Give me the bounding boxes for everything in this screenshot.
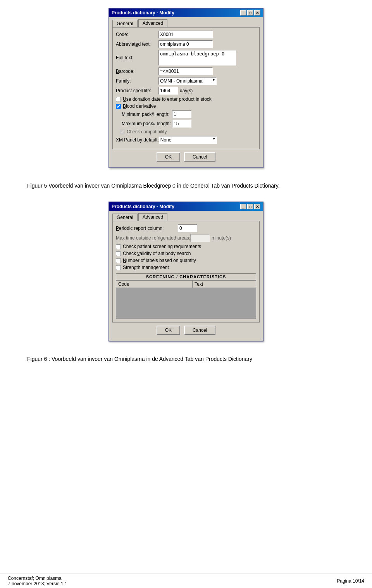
family-row: Family: OMNI - Omniplasma (116, 77, 256, 85)
screening-header: SCREENING / CHARACTERISTICS (116, 273, 256, 280)
dialog-titlebar-1: Products dictionary - Modify _ □ ✕ (109, 9, 263, 17)
blood-derivative-row: Blood derivative (116, 103, 256, 109)
barcode-label: Barcode: (116, 69, 158, 74)
family-select-wrapper: OMNI - Omniplasma (158, 77, 217, 85)
min-pack-row: Minimum pack# length: (116, 110, 256, 118)
periodic-input[interactable] (178, 224, 197, 232)
check-patient-checkbox[interactable] (116, 244, 121, 249)
min-pack-input[interactable] (172, 110, 191, 118)
tab-bar-1: General Advanced (112, 19, 260, 27)
abbreviated-input[interactable] (158, 40, 213, 48)
tab-general-2[interactable]: General (112, 214, 138, 221)
code-row: Code: (116, 31, 256, 38)
periodic-label: Periodic report column: (116, 226, 178, 231)
max-time-label: Max time outside refrigerated areas: (116, 235, 190, 241)
strength-checkbox[interactable] (116, 265, 121, 270)
check-validity-checkbox[interactable] (116, 251, 121, 256)
use-donation-checkbox[interactable] (116, 97, 121, 102)
check-compat-checkbox (120, 129, 125, 134)
tab-bar-2: General Advanced (112, 213, 260, 221)
close-button-1[interactable]: ✕ (254, 10, 260, 16)
titlebar-buttons-1: _ □ ✕ (240, 10, 260, 16)
xm-panel-row: XM Panel by default: None (116, 136, 256, 144)
screening-empty-area (116, 288, 256, 319)
minimize-button-2[interactable]: _ (240, 204, 246, 209)
number-labels-row: Number of labels based on quantity (116, 258, 256, 263)
blood-derivative-checkbox[interactable] (116, 104, 121, 109)
footer-right: Pagina 10/14 (337, 578, 364, 584)
code-label: Code: (116, 32, 158, 37)
blood-derivative-label: Blood derivative (123, 103, 156, 109)
minimize-button-1[interactable]: _ (240, 10, 246, 16)
check-compat-row: Check compatibility (120, 129, 256, 134)
maximize-button-2[interactable]: □ (247, 204, 253, 209)
xm-panel-label: XM Panel by default: (116, 137, 159, 143)
check-patient-label: Check patient screening requirements (123, 244, 201, 249)
dialog-title-2: Products dictionary - Modify (112, 204, 174, 209)
figure2-container: Products dictionary - Modify _ □ ✕ Gener… (16, 202, 356, 349)
barcode-input[interactable] (158, 67, 213, 75)
use-donation-row: Use donation date to enter product in st… (116, 97, 256, 102)
fulltext-input[interactable]: omniplasma bloedgroep 0 (158, 50, 236, 66)
number-labels-label: Number of labels based on quantity (123, 258, 196, 263)
shelflife-row: Product shell life: day(s) (116, 87, 256, 95)
cancel-button-2[interactable]: Cancel (184, 326, 215, 335)
dialog-buttons-1: OK Cancel (112, 152, 260, 164)
footer-left-line2: 7 november 2013; Versie 1.1 (8, 581, 67, 586)
tab-advanced-1[interactable]: Advanced (138, 19, 167, 27)
dialog-buttons-2: OK Cancel (112, 326, 260, 337)
tab-content-general-1: Code: Abbreviated text: Full text: omnip… (112, 27, 260, 149)
barcode-row: Barcode: (116, 67, 256, 75)
max-pack-label: Maximum pack# length: (122, 121, 172, 126)
min-pack-label: Minimum pack# length: (122, 112, 172, 117)
ok-button-1[interactable]: OK (157, 152, 180, 162)
abbreviated-label: Abbreviated text: (116, 41, 158, 47)
check-patient-row: Check patient screening requirements (116, 244, 256, 249)
use-donation-label: Use donation date to enter product in st… (123, 97, 212, 102)
screening-col-code: Code (116, 281, 193, 288)
max-pack-row: Maximum pack# length: (116, 120, 256, 128)
footer-left-line1: Concernstaf; Omniplasma (8, 576, 67, 581)
family-label: Family: (116, 78, 158, 84)
figure2-caption: Figuur 6 : Voorbeeld van invoer van Omni… (16, 355, 356, 363)
shelflife-input[interactable] (158, 87, 178, 95)
check-validity-label: Check validity of antibody search (123, 251, 191, 256)
titlebar-buttons-2: _ □ ✕ (240, 204, 260, 209)
tab-advanced-2[interactable]: Advanced (138, 213, 167, 221)
tab-general-1[interactable]: General (112, 20, 138, 27)
shelflife-label: Product shell life: (116, 88, 158, 93)
dialog-title-1: Products dictionary - Modify (112, 10, 174, 16)
periodic-row: Periodic report column: (116, 224, 256, 232)
max-time-input (190, 234, 210, 242)
page-footer: Concernstaf; Omniplasma 7 november 2013;… (0, 574, 372, 588)
dialog-window-2: Products dictionary - Modify _ □ ✕ Gener… (108, 202, 264, 341)
xm-panel-select[interactable]: None (159, 136, 217, 144)
fulltext-row: Full text: omniplasma bloedgroep 0 (116, 50, 256, 66)
minutes-label: minute(s) (212, 235, 231, 241)
strength-label: Strength management (123, 265, 169, 270)
abbreviated-row: Abbreviated text: (116, 40, 256, 48)
code-input[interactable] (158, 31, 213, 38)
cancel-button-1[interactable]: Cancel (184, 152, 215, 162)
footer-left: Concernstaf; Omniplasma 7 november 2013;… (8, 576, 67, 586)
dialog-titlebar-2: Products dictionary - Modify _ □ ✕ (109, 202, 263, 211)
check-compat-label: Check compatibility (127, 129, 167, 134)
close-button-2[interactable]: ✕ (254, 204, 260, 209)
dialog-body-2: General Advanced Periodic report column: (109, 211, 263, 341)
dialog-window-1: Products dictionary - Modify _ □ ✕ Gener… (108, 8, 264, 168)
maximize-button-1[interactable]: □ (247, 10, 253, 16)
strength-row: Strength management (116, 265, 256, 270)
family-select[interactable]: OMNI - Omniplasma (158, 77, 217, 85)
fulltext-label: Full text: (116, 55, 158, 60)
xm-panel-select-wrapper: None (159, 136, 217, 144)
screening-table: Code Text (116, 280, 256, 319)
check-validity-row: Check validity of antibody search (116, 251, 256, 256)
number-labels-checkbox[interactable] (116, 258, 121, 263)
max-pack-input[interactable] (172, 120, 191, 128)
screening-empty-row (116, 288, 256, 319)
tab-content-advanced-2: Periodic report column: Max time outside… (112, 221, 260, 322)
ok-button-2[interactable]: OK (157, 326, 180, 335)
dialog-body-1: General Advanced Code: Abbre (109, 17, 263, 167)
screening-col-text: Text (193, 281, 256, 288)
max-time-row: Max time outside refrigerated areas: min… (116, 234, 256, 242)
